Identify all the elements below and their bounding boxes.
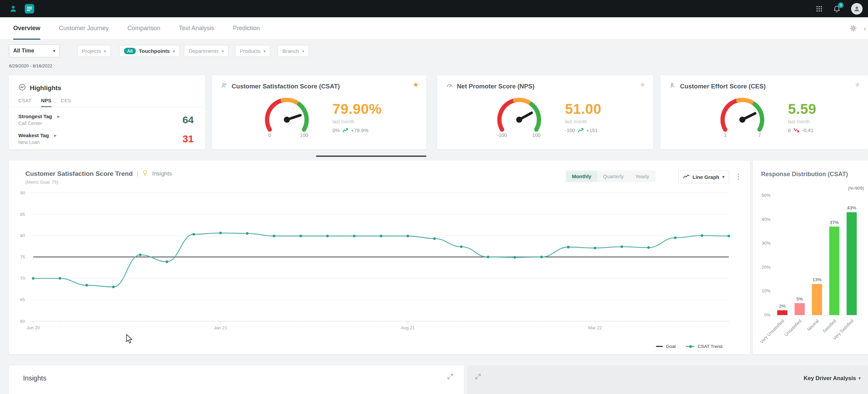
caret-down-icon: ▾ <box>859 376 861 380</box>
strongest-tag-label: Strongest Tag <box>18 113 52 119</box>
caret-down-icon: ▾ <box>263 49 266 53</box>
favorite-star-icon[interactable]: ★ <box>854 81 861 89</box>
svg-text:30%: 30% <box>762 241 770 246</box>
csat-last-month-label: last month <box>333 119 382 124</box>
settings-gear-icon[interactable] <box>849 24 857 34</box>
nps-card-title: Net Promoter Score (NPS) <box>457 83 534 90</box>
tab-text-analysis[interactable]: Text Analysis <box>179 17 214 39</box>
insights-link[interactable]: Insights <box>152 170 172 177</box>
svg-text:13%: 13% <box>812 277 822 282</box>
csat-value: 79.90% <box>333 101 382 117</box>
strongest-tag-name: Call Center <box>18 121 60 126</box>
response-distribution-panel: Response Distribution (CSAT) (N=909) 0%1… <box>753 161 868 354</box>
ces-delta-value: -0.41 <box>802 127 813 133</box>
dashboard-list-logo-icon[interactable] <box>24 4 35 14</box>
highlights-tab-ces[interactable]: CES <box>61 98 71 107</box>
separator: | <box>137 170 138 177</box>
chart-type-value: Line Graph <box>693 174 719 180</box>
cards-scrollbar-thumb[interactable] <box>316 155 426 157</box>
svg-text:2%: 2% <box>779 304 786 309</box>
caret-down-icon: ▾ <box>222 49 224 53</box>
departments-filter[interactable]: Departments ▾ <box>184 45 229 57</box>
svg-text:65: 65 <box>20 297 25 302</box>
notification-badge: 9 <box>838 2 844 8</box>
collapse-chevron-icon[interactable]: › <box>864 25 866 32</box>
nps-score-card[interactable]: Net Promoter Score (NPS) ★ -100100 51.00… <box>437 75 653 149</box>
csat-card-title: Customer Satisfaction Score (CSAT) <box>232 83 340 90</box>
highlights-tab-nps[interactable]: NPS <box>41 98 51 107</box>
weakest-tag-value: 31 <box>183 133 196 145</box>
branch-filter-label: Branch <box>282 48 299 54</box>
branch-filter[interactable]: Branch ▾ <box>278 45 309 57</box>
weakest-tag-name: New Loan <box>18 140 56 145</box>
distribution-bar-chart: 0%10%20%30%40%50%2%Very Unsatisfied5%Uns… <box>753 180 868 354</box>
csat-score-card[interactable]: Customer Satisfaction Score (CSAT) ★ 010… <box>212 75 426 149</box>
csat-delta-value: +79.9% <box>351 127 368 133</box>
svg-text:Mar 22: Mar 22 <box>588 325 602 330</box>
svg-text:40%: 40% <box>762 217 770 222</box>
expand-fullscreen-icon[interactable] <box>447 373 454 381</box>
key-driver-dropdown[interactable]: Key Driver Analysis ▾ <box>804 375 861 381</box>
highlights-card: Highlights CSAT NPS CES Strongest Tag ▸ … <box>9 75 205 149</box>
svg-text:43%: 43% <box>847 205 856 210</box>
chart-type-dropdown[interactable]: Line Graph ▾ <box>678 170 729 183</box>
caret-down-icon: ▾ <box>722 175 724 179</box>
period-quarterly[interactable]: Quarterly <box>597 171 630 182</box>
svg-text:100: 100 <box>300 132 308 138</box>
products-filter[interactable]: Products ▾ <box>235 45 270 57</box>
svg-text:1: 1 <box>724 132 726 138</box>
goal-line-swatch <box>656 346 663 347</box>
nps-delta-value: +151 <box>586 127 598 133</box>
expand-fullscreen-icon[interactable] <box>474 373 482 381</box>
strongest-tag-row[interactable]: Strongest Tag ▸ Call Center 64 <box>18 113 196 126</box>
csat-trend-chart: 90858075706560Jun 20Jan 21Aug 21Mar 22 <box>9 161 750 354</box>
svg-text:0%: 0% <box>764 312 770 317</box>
csat-trend-panel: 90858075706560Jun 20Jan 21Aug 21Mar 22 C… <box>9 161 750 354</box>
caret-down-icon: ▾ <box>53 49 55 53</box>
dashboard-root: 9 Overview Customer Journey Comparison T… <box>0 0 868 394</box>
date-range-label: 6/29/2020 - 8/16/2022 <box>9 63 52 68</box>
svg-text:Very Satisfied: Very Satisfied <box>832 318 854 341</box>
more-options-kebab-icon[interactable]: ⋮ <box>735 172 742 181</box>
period-monthly[interactable]: Monthly <box>566 171 597 182</box>
apps-grid-icon[interactable] <box>816 5 823 12</box>
favorite-star-icon[interactable]: ★ <box>412 81 419 89</box>
svg-text:-100: -100 <box>497 132 507 138</box>
svg-text:20%: 20% <box>762 265 770 270</box>
caret-down-icon: ▾ <box>173 49 175 53</box>
touchpoints-filter[interactable]: All Touchpoints ▾ <box>119 45 180 57</box>
nps-value: 51.00 <box>565 101 601 117</box>
svg-text:75: 75 <box>20 254 25 260</box>
projects-filter[interactable]: Projects ▾ <box>77 45 111 57</box>
tab-comparison[interactable]: Comparison <box>127 17 160 39</box>
weakest-tag-row[interactable]: Weakest Tag ▸ New Loan 31 <box>18 132 196 145</box>
expand-arrow-icon[interactable]: ▸ <box>58 114 60 119</box>
weakest-tag-label: Weakest Tag <box>18 132 49 138</box>
brand-person-logo-icon[interactable] <box>9 4 18 13</box>
period-yearly[interactable]: Yearly <box>630 171 655 182</box>
nps-gauge: -100100 <box>489 92 549 142</box>
key-driver-panel: Key Driver Analysis ▾ <box>468 366 868 394</box>
caret-down-icon: ▾ <box>302 49 304 53</box>
strongest-tag-value: 64 <box>183 114 196 126</box>
tab-overview[interactable]: Overview <box>13 17 40 39</box>
caret-down-icon: ▾ <box>104 49 106 53</box>
highlights-tab-csat[interactable]: CSAT <box>18 98 31 107</box>
tab-customer-journey[interactable]: Customer Journey <box>59 17 109 39</box>
top-app-bar: 9 <box>0 0 868 17</box>
tab-prediction[interactable]: Prediction <box>233 17 260 39</box>
ces-score-card[interactable]: Customer Effort Score (CES) ★ 17 5.59 la… <box>660 75 868 149</box>
filter-bar: All Time ▾ Projects ▾ All Touchpoints ▾ … <box>9 44 859 58</box>
touchpoints-filter-label: Touchpoints <box>139 48 170 54</box>
favorite-star-icon[interactable]: ★ <box>639 81 646 89</box>
user-avatar[interactable] <box>851 3 863 15</box>
svg-text:85: 85 <box>20 212 25 217</box>
notifications-bell-icon[interactable]: 9 <box>833 5 841 13</box>
ces-last-month-label: last month <box>788 119 817 124</box>
sample-size-label: (N=909) <box>848 186 864 191</box>
svg-text:37%: 37% <box>830 220 839 225</box>
time-range-select[interactable]: All Time ▾ <box>9 44 60 57</box>
svg-text:0: 0 <box>268 132 271 138</box>
expand-arrow-icon[interactable]: ▸ <box>54 133 56 138</box>
time-range-value: All Time <box>13 48 34 54</box>
